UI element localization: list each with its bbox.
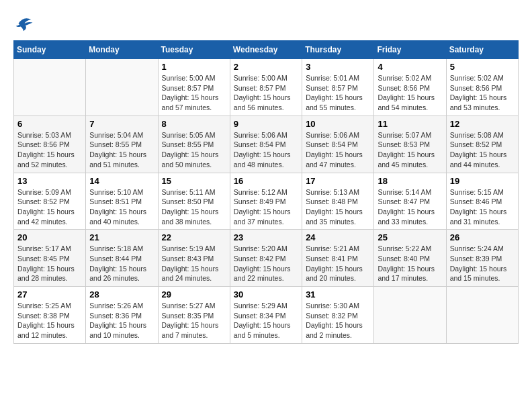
calendar-cell: 6Sunrise: 5:03 AM Sunset: 8:56 PM Daylig… <box>14 116 86 173</box>
calendar-cell <box>374 287 446 344</box>
day-info: Sunrise: 5:14 AM Sunset: 8:47 PM Dayligh… <box>378 187 442 227</box>
day-number: 21 <box>89 232 154 242</box>
day-number: 3 <box>306 62 370 72</box>
calendar-cell: 3Sunrise: 5:01 AM Sunset: 8:57 PM Daylig… <box>302 59 374 116</box>
calendar-cell: 21Sunrise: 5:18 AM Sunset: 8:44 PM Dayli… <box>86 230 158 287</box>
day-number: 24 <box>306 232 370 242</box>
calendar-week-row: 6Sunrise: 5:03 AM Sunset: 8:56 PM Daylig… <box>14 116 519 173</box>
day-number: 6 <box>17 119 82 129</box>
day-number: 9 <box>234 119 298 129</box>
weekday-header: Friday <box>374 41 446 59</box>
day-number: 30 <box>234 289 298 300</box>
day-info: Sunrise: 5:24 AM Sunset: 8:39 PM Dayligh… <box>450 244 515 283</box>
day-info: Sunrise: 5:10 AM Sunset: 8:51 PM Dayligh… <box>89 187 154 227</box>
day-number: 27 <box>17 289 82 300</box>
day-info: Sunrise: 5:22 AM Sunset: 8:40 PM Dayligh… <box>378 244 442 283</box>
calendar-cell: 31Sunrise: 5:30 AM Sunset: 8:32 PM Dayli… <box>302 287 374 344</box>
day-info: Sunrise: 5:11 AM Sunset: 8:50 PM Dayligh… <box>162 187 226 227</box>
day-info: Sunrise: 5:08 AM Sunset: 8:52 PM Dayligh… <box>450 130 515 170</box>
calendar-cell: 20Sunrise: 5:17 AM Sunset: 8:45 PM Dayli… <box>14 230 86 287</box>
day-info: Sunrise: 5:01 AM Sunset: 8:57 PM Dayligh… <box>306 73 370 113</box>
calendar-cell: 2Sunrise: 5:00 AM Sunset: 8:57 PM Daylig… <box>230 59 302 116</box>
calendar: SundayMondayTuesdayWednesdayThursdayFrid… <box>13 40 519 344</box>
header <box>13 13 519 34</box>
day-number: 18 <box>378 176 442 186</box>
weekday-header: Saturday <box>446 41 518 59</box>
calendar-cell: 5Sunrise: 5:02 AM Sunset: 8:56 PM Daylig… <box>446 59 518 116</box>
calendar-cell <box>86 59 158 116</box>
day-number: 13 <box>17 176 82 186</box>
day-info: Sunrise: 5:26 AM Sunset: 8:36 PM Dayligh… <box>89 301 154 340</box>
calendar-cell: 11Sunrise: 5:07 AM Sunset: 8:53 PM Dayli… <box>374 116 446 173</box>
day-number: 8 <box>162 119 226 129</box>
day-info: Sunrise: 5:29 AM Sunset: 8:34 PM Dayligh… <box>234 301 298 340</box>
calendar-week-row: 27Sunrise: 5:25 AM Sunset: 8:38 PM Dayli… <box>14 287 519 344</box>
day-number: 29 <box>162 289 226 300</box>
day-number: 28 <box>89 289 154 300</box>
day-number: 19 <box>450 176 515 186</box>
calendar-cell: 24Sunrise: 5:21 AM Sunset: 8:41 PM Dayli… <box>302 230 374 287</box>
calendar-cell: 27Sunrise: 5:25 AM Sunset: 8:38 PM Dayli… <box>14 287 86 344</box>
calendar-cell: 12Sunrise: 5:08 AM Sunset: 8:52 PM Dayli… <box>446 116 518 173</box>
weekday-header: Tuesday <box>158 41 230 59</box>
day-info: Sunrise: 5:30 AM Sunset: 8:32 PM Dayligh… <box>306 301 370 340</box>
weekday-header-row: SundayMondayTuesdayWednesdayThursdayFrid… <box>14 41 519 59</box>
day-number: 22 <box>162 232 226 242</box>
day-info: Sunrise: 5:03 AM Sunset: 8:56 PM Dayligh… <box>17 130 82 170</box>
calendar-cell: 13Sunrise: 5:09 AM Sunset: 8:52 PM Dayli… <box>14 173 86 230</box>
calendar-cell: 25Sunrise: 5:22 AM Sunset: 8:40 PM Dayli… <box>374 230 446 287</box>
day-number: 12 <box>450 119 515 129</box>
day-number: 20 <box>17 232 82 242</box>
day-info: Sunrise: 5:02 AM Sunset: 8:56 PM Dayligh… <box>378 73 442 113</box>
day-info: Sunrise: 5:06 AM Sunset: 8:54 PM Dayligh… <box>234 130 298 170</box>
weekday-header: Sunday <box>14 41 86 59</box>
calendar-cell: 22Sunrise: 5:19 AM Sunset: 8:43 PM Dayli… <box>158 230 230 287</box>
calendar-cell: 8Sunrise: 5:05 AM Sunset: 8:55 PM Daylig… <box>158 116 230 173</box>
calendar-cell <box>446 287 518 344</box>
day-info: Sunrise: 5:04 AM Sunset: 8:55 PM Dayligh… <box>89 130 154 170</box>
calendar-cell: 16Sunrise: 5:12 AM Sunset: 8:49 PM Dayli… <box>230 173 302 230</box>
day-info: Sunrise: 5:09 AM Sunset: 8:52 PM Dayligh… <box>17 187 82 227</box>
day-info: Sunrise: 5:12 AM Sunset: 8:49 PM Dayligh… <box>234 187 298 227</box>
weekday-header: Thursday <box>302 41 374 59</box>
day-number: 4 <box>378 62 442 72</box>
day-number: 14 <box>89 176 154 186</box>
weekday-header: Monday <box>86 41 158 59</box>
calendar-cell: 1Sunrise: 5:00 AM Sunset: 8:57 PM Daylig… <box>158 59 230 116</box>
calendar-week-row: 13Sunrise: 5:09 AM Sunset: 8:52 PM Dayli… <box>14 173 519 230</box>
day-info: Sunrise: 5:27 AM Sunset: 8:35 PM Dayligh… <box>162 301 226 340</box>
calendar-cell: 19Sunrise: 5:15 AM Sunset: 8:46 PM Dayli… <box>446 173 518 230</box>
day-number: 15 <box>162 176 226 186</box>
day-number: 31 <box>306 289 370 300</box>
day-number: 16 <box>234 176 298 186</box>
day-number: 26 <box>450 232 515 242</box>
day-number: 2 <box>234 62 298 72</box>
day-info: Sunrise: 5:00 AM Sunset: 8:57 PM Dayligh… <box>162 73 226 113</box>
day-number: 11 <box>378 119 442 129</box>
day-info: Sunrise: 5:15 AM Sunset: 8:46 PM Dayligh… <box>450 187 515 227</box>
calendar-cell: 10Sunrise: 5:06 AM Sunset: 8:54 PM Dayli… <box>302 116 374 173</box>
calendar-cell: 29Sunrise: 5:27 AM Sunset: 8:35 PM Dayli… <box>158 287 230 344</box>
calendar-cell: 9Sunrise: 5:06 AM Sunset: 8:54 PM Daylig… <box>230 116 302 173</box>
day-number: 17 <box>306 176 370 186</box>
calendar-cell: 30Sunrise: 5:29 AM Sunset: 8:34 PM Dayli… <box>230 287 302 344</box>
day-info: Sunrise: 5:21 AM Sunset: 8:41 PM Dayligh… <box>306 244 370 283</box>
day-info: Sunrise: 5:17 AM Sunset: 8:45 PM Dayligh… <box>17 244 82 283</box>
weekday-header: Wednesday <box>230 41 302 59</box>
logo-icon <box>13 13 34 34</box>
calendar-cell: 28Sunrise: 5:26 AM Sunset: 8:36 PM Dayli… <box>86 287 158 344</box>
day-number: 25 <box>378 232 442 242</box>
calendar-cell <box>14 59 86 116</box>
day-info: Sunrise: 5:25 AM Sunset: 8:38 PM Dayligh… <box>17 301 82 340</box>
day-number: 5 <box>450 62 515 72</box>
day-info: Sunrise: 5:06 AM Sunset: 8:54 PM Dayligh… <box>306 130 370 170</box>
calendar-week-row: 20Sunrise: 5:17 AM Sunset: 8:45 PM Dayli… <box>14 230 519 287</box>
day-info: Sunrise: 5:19 AM Sunset: 8:43 PM Dayligh… <box>162 244 226 283</box>
day-info: Sunrise: 5:00 AM Sunset: 8:57 PM Dayligh… <box>234 73 298 113</box>
day-number: 23 <box>234 232 298 242</box>
day-info: Sunrise: 5:18 AM Sunset: 8:44 PM Dayligh… <box>89 244 154 283</box>
day-info: Sunrise: 5:05 AM Sunset: 8:55 PM Dayligh… <box>162 130 226 170</box>
calendar-cell: 17Sunrise: 5:13 AM Sunset: 8:48 PM Dayli… <box>302 173 374 230</box>
day-info: Sunrise: 5:20 AM Sunset: 8:42 PM Dayligh… <box>234 244 298 283</box>
calendar-cell: 4Sunrise: 5:02 AM Sunset: 8:56 PM Daylig… <box>374 59 446 116</box>
